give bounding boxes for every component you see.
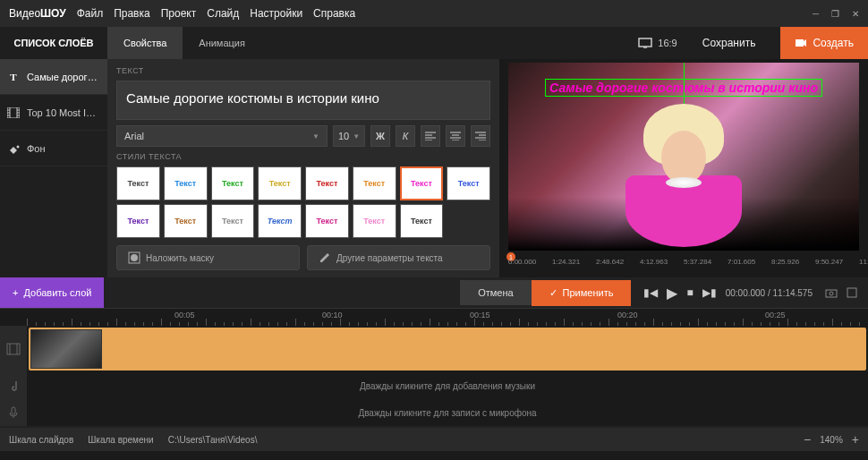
time-scale-button[interactable]: Шкала времени <box>88 435 153 445</box>
preview-time-ruler[interactable]: 1 0:00.0001:24.3212:48.6424:12.9635:37.2… <box>508 256 859 274</box>
preview-ruler-tick: 9:50.247 <box>815 258 843 266</box>
font-controls-row: Arial ▼ 10 ▼ Ж К <box>116 125 490 147</box>
music-track: Дважды кликните для добавления музыки <box>0 372 868 399</box>
create-button[interactable]: Создать <box>780 27 868 59</box>
text-style-preset[interactable]: Текст <box>353 204 396 238</box>
tab-animation[interactable]: Анимация <box>183 27 261 59</box>
svg-point-26 <box>131 254 138 261</box>
apply-button[interactable]: ✓ Применить <box>532 280 632 306</box>
app-logo: ВидеоШОУ <box>9 7 66 20</box>
align-left-button[interactable] <box>421 125 440 147</box>
svg-rect-2 <box>796 39 804 47</box>
apply-mask-button[interactable]: Наложить маску <box>116 245 300 270</box>
preview-ruler-tick: 11:14.568 <box>859 258 868 266</box>
text-style-preset[interactable]: Текст <box>305 204 349 238</box>
camera-icon <box>795 37 807 49</box>
add-layer-label: Добавить слой <box>23 287 91 298</box>
text-style-preset[interactable]: Текст <box>400 204 444 238</box>
zoom-out-button[interactable]: − <box>804 432 811 447</box>
add-layer-button[interactable]: + Добавить слой <box>0 277 104 308</box>
chevron-down-icon: ▼ <box>353 132 360 141</box>
preview-ruler-tick: 1:24.321 <box>552 258 580 266</box>
font-size-input[interactable]: 10 ▼ <box>333 125 365 147</box>
music-track-hint: Дважды кликните для добавления музыки <box>360 381 535 391</box>
window-controls: ─ ❐ ✕ <box>813 9 859 19</box>
text-style-preset[interactable]: Текст <box>116 166 160 200</box>
text-style-preset[interactable]: Текст <box>258 166 302 200</box>
timeline-tick-label: 00:15 <box>470 311 490 319</box>
menu-settings[interactable]: Настройки <box>250 7 302 20</box>
italic-button[interactable]: К <box>396 125 415 147</box>
slides-scale-button[interactable]: Шкала слайдов <box>9 435 73 445</box>
properties-panel: ТЕКСТ Arial ▼ 10 ▼ Ж К СТИЛИ ТЕКСТА Текс… <box>107 59 499 277</box>
preview-ruler-tick: 8:25.926 <box>771 258 799 266</box>
menu-project[interactable]: Проект <box>161 7 197 20</box>
text-style-preset[interactable]: Текст <box>211 166 255 200</box>
timeline-ruler[interactable]: 00:0500:1000:1500:2000:25 <box>0 308 868 326</box>
text-style-preset[interactable]: Текст <box>211 204 255 238</box>
clip-thumbnail <box>30 329 102 369</box>
text-style-preset[interactable]: Текст <box>164 204 208 238</box>
layer-item-background[interactable]: Фон <box>0 131 107 166</box>
mic-track-icon <box>0 399 27 426</box>
layer-label: Самые дорогие ко... <box>27 72 100 82</box>
statusbar: Шкала слайдов Шкала времени C:\Users\Тан… <box>0 428 868 451</box>
text-style-preset[interactable]: Текст <box>400 166 444 200</box>
play-button[interactable]: ▶ <box>667 285 677 302</box>
font-family-select[interactable]: Arial ▼ <box>116 125 328 147</box>
stop-button[interactable]: ■ <box>686 286 693 299</box>
align-right-button[interactable] <box>471 125 490 147</box>
maximize-button[interactable]: ❐ <box>831 9 839 19</box>
mic-track-content[interactable]: Дважды кликните для записи с микрофона <box>27 399 868 426</box>
cancel-button[interactable]: Отмена <box>460 280 531 305</box>
text-style-preset[interactable]: Текст <box>258 204 302 238</box>
timeline-tracks: Дважды кликните для добавления музыки Дв… <box>0 326 868 428</box>
logo-part1: Видео <box>9 7 40 20</box>
close-button[interactable]: ✕ <box>852 9 859 19</box>
align-center-button[interactable] <box>446 125 465 147</box>
fullscreen-button[interactable] <box>847 287 857 298</box>
preview-ruler-tick: 2:48.642 <box>596 258 624 266</box>
layer-label: Фон <box>27 143 100 154</box>
next-frame-button[interactable]: ▶▮ <box>702 286 717 299</box>
aspect-value: 16:9 <box>658 38 677 48</box>
film-layer-icon <box>7 107 20 118</box>
minimize-button[interactable]: ─ <box>813 9 819 19</box>
video-text-overlay[interactable]: Самые дорогие костюмы в истории кино <box>545 79 822 97</box>
mask-label: Наложить маску <box>146 253 214 263</box>
zoom-in-button[interactable]: + <box>852 432 859 447</box>
text-style-preset[interactable]: Текст <box>305 166 349 200</box>
apply-label: Применить <box>563 287 614 298</box>
video-clip[interactable] <box>29 328 866 371</box>
text-content-input[interactable] <box>116 81 490 120</box>
prev-frame-button[interactable]: ▮◀ <box>643 286 658 299</box>
logo-part2: ШОУ <box>40 7 66 20</box>
mic-track-hint: Дважды кликните для записи с микрофона <box>358 408 536 418</box>
video-preview[interactable]: Самые дорогие костюмы в истории кино <box>508 63 859 251</box>
text-styles-grid: ТекстТекстТекстТекстТекстТекстТекстТекст… <box>116 166 490 238</box>
text-style-preset[interactable]: Текст <box>164 166 208 200</box>
text-style-preset[interactable]: Текст <box>353 166 396 200</box>
tab-properties[interactable]: Свойства <box>107 27 183 59</box>
menu-file[interactable]: Файл <box>77 7 104 20</box>
menu-edit[interactable]: Правка <box>114 7 150 20</box>
layer-item-video[interactable]: Top 10 Most Iconic ... <box>0 95 107 131</box>
text-style-preset[interactable]: Текст <box>116 204 160 238</box>
main-workspace: T Самые дорогие ко... Top 10 Most Iconic… <box>0 59 868 277</box>
text-style-preset[interactable]: Текст <box>447 166 490 200</box>
video-track-content[interactable] <box>27 326 868 372</box>
layer-item-text[interactable]: T Самые дорогие ко... <box>0 59 107 95</box>
bold-button[interactable]: Ж <box>370 125 390 147</box>
snapshot-button[interactable] <box>825 287 838 298</box>
music-track-content[interactable]: Дважды кликните для добавления музыки <box>27 372 868 399</box>
save-button[interactable]: Сохранить <box>690 37 769 49</box>
layers-panel-title: СПИСОК СЛОЁВ <box>0 27 107 59</box>
preview-ruler-tick: 7:01.605 <box>728 258 755 266</box>
aspect-ratio[interactable]: 16:9 <box>625 38 677 48</box>
svg-rect-33 <box>12 407 15 414</box>
svg-rect-0 <box>639 38 651 47</box>
menu-help[interactable]: Справка <box>313 7 355 20</box>
menu-slide[interactable]: Слайд <box>207 7 239 20</box>
create-label: Создать <box>813 37 854 49</box>
other-params-button[interactable]: Другие параметры текста <box>307 245 490 270</box>
